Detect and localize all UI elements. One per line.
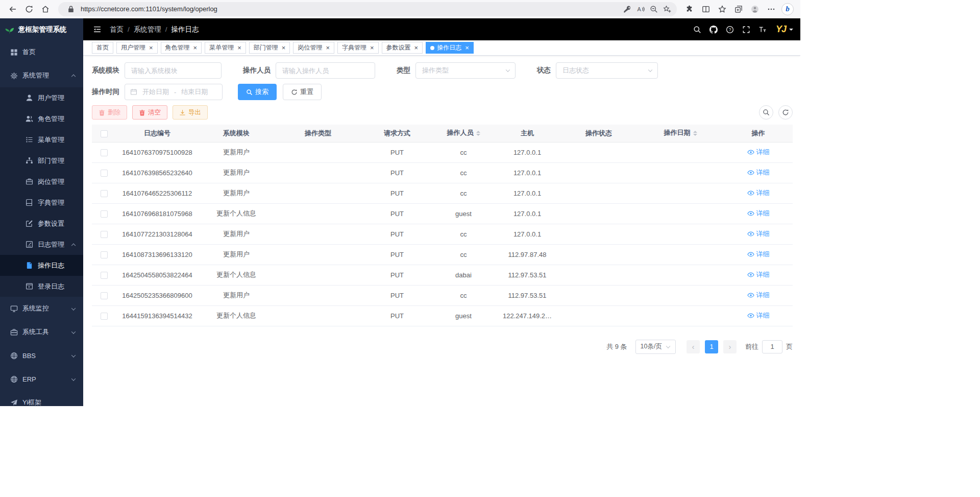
- sidebar-item[interactable]: ERP: [0, 367, 83, 391]
- date-range-picker[interactable]: 开始日期 - 结束日期: [125, 84, 223, 100]
- sidebar-item[interactable]: Yi框架: [0, 391, 83, 406]
- sidebar-item[interactable]: BBS: [0, 344, 83, 367]
- detail-link[interactable]: 详细: [747, 311, 770, 320]
- tab[interactable]: 首页: [92, 42, 113, 54]
- sidebar-item[interactable]: 岗位管理: [0, 171, 83, 192]
- font-size-icon[interactable]: [755, 22, 770, 37]
- clear-button[interactable]: 清空: [132, 105, 167, 120]
- read-aloud-icon[interactable]: A: [634, 3, 647, 15]
- select-all-checkbox[interactable]: [101, 130, 108, 137]
- tab[interactable]: 菜单管理×: [205, 42, 246, 54]
- detail-link[interactable]: 详细: [747, 270, 770, 279]
- sidebar-item[interactable]: 操作日志: [0, 255, 83, 276]
- sidebar-toggle-icon[interactable]: [90, 23, 104, 36]
- hide-search-button[interactable]: [759, 105, 773, 120]
- next-page-button[interactable]: ›: [723, 340, 737, 353]
- search-button[interactable]: 搜索: [238, 84, 277, 100]
- more-menu-icon[interactable]: [764, 2, 779, 17]
- detail-link[interactable]: 详细: [747, 168, 770, 177]
- tab[interactable]: 角色管理×: [161, 42, 202, 54]
- reset-button[interactable]: 重置: [283, 84, 322, 100]
- operator-input[interactable]: [276, 62, 375, 79]
- detail-link[interactable]: 详细: [747, 229, 770, 239]
- tab-close-icon[interactable]: ×: [237, 44, 241, 51]
- password-key-icon[interactable]: [621, 3, 634, 15]
- tab[interactable]: 岗位管理×: [293, 42, 334, 54]
- breadcrumb-item[interactable]: 系统管理: [134, 25, 161, 34]
- header-search-icon[interactable]: [690, 22, 704, 37]
- tab-close-icon[interactable]: ×: [370, 44, 374, 51]
- fullscreen-icon[interactable]: [739, 22, 753, 37]
- breadcrumb-item[interactable]: 首页: [110, 25, 124, 34]
- status-select[interactable]: 日志状态: [556, 62, 658, 79]
- detail-link[interactable]: 详细: [747, 250, 770, 259]
- extensions-icon[interactable]: [682, 2, 697, 17]
- detail-link[interactable]: 详细: [747, 291, 770, 300]
- tab-close-icon[interactable]: ×: [326, 44, 330, 51]
- row-checkbox[interactable]: [101, 190, 108, 197]
- detail-link[interactable]: 详细: [747, 209, 770, 218]
- row-checkbox[interactable]: [101, 251, 108, 258]
- sidebar-item[interactable]: 系统监控: [0, 297, 83, 320]
- row-checkbox[interactable]: [101, 292, 108, 299]
- tab[interactable]: 参数设置×: [382, 42, 423, 54]
- row-checkbox[interactable]: [101, 231, 108, 238]
- sidebar-item[interactable]: 首页: [0, 40, 83, 64]
- refresh-table-button[interactable]: [778, 105, 793, 120]
- type-select[interactable]: 操作类型: [415, 62, 516, 79]
- sidebar-item[interactable]: 日志管理: [0, 234, 83, 255]
- row-checkbox[interactable]: [101, 170, 108, 177]
- tab[interactable]: 部门管理×: [249, 42, 290, 54]
- sidebar-item[interactable]: 部门管理: [0, 150, 83, 171]
- row-checkbox[interactable]: [101, 272, 108, 279]
- profile-avatar[interactable]: [747, 2, 763, 17]
- column-header[interactable]: 操作人员: [433, 125, 494, 142]
- sidebar-item[interactable]: 字典管理: [0, 192, 83, 213]
- back-button[interactable]: [5, 2, 20, 17]
- github-icon[interactable]: [706, 22, 721, 37]
- refresh-button[interactable]: [21, 2, 37, 17]
- collections-icon[interactable]: [731, 2, 746, 17]
- user-menu[interactable]: YJ: [776, 24, 793, 35]
- tab-close-icon[interactable]: ×: [193, 44, 198, 51]
- sidebar-item[interactable]: 菜单管理: [0, 129, 83, 150]
- sidebar-item[interactable]: 参数设置: [0, 213, 83, 234]
- delete-button[interactable]: 删除: [92, 105, 127, 120]
- home-button[interactable]: [38, 2, 53, 17]
- tab-close-icon[interactable]: ×: [282, 44, 286, 51]
- address-bar[interactable]: https://ccnetcore.com:1101/system/log/op…: [58, 2, 677, 16]
- sort-icon[interactable]: [693, 129, 697, 138]
- tab[interactable]: 字典管理×: [337, 42, 379, 54]
- sort-icon[interactable]: [476, 129, 480, 138]
- detail-link[interactable]: 详细: [747, 188, 770, 198]
- cell-host: 127.0.0.1: [494, 142, 560, 162]
- goto-page-input[interactable]: [762, 340, 782, 353]
- column-header[interactable]: 操作日期: [637, 125, 724, 142]
- tab[interactable]: 用户管理×: [116, 42, 158, 54]
- help-icon[interactable]: ?: [723, 22, 737, 37]
- export-button[interactable]: 导出: [173, 105, 208, 120]
- tab-close-icon[interactable]: ×: [414, 44, 419, 51]
- favorites-icon[interactable]: [715, 2, 730, 17]
- page-size-select[interactable]: 10条/页: [635, 340, 676, 354]
- tab-close-icon[interactable]: ×: [149, 44, 153, 51]
- row-checkbox[interactable]: [101, 210, 108, 218]
- sidebar-item[interactable]: 系统管理: [0, 64, 83, 87]
- url-text[interactable]: https://ccnetcore.com:1101/system/log/op…: [81, 5, 617, 13]
- row-checkbox[interactable]: [101, 313, 108, 320]
- sidebar-item[interactable]: 登录日志: [0, 276, 83, 297]
- detail-link[interactable]: 详细: [747, 148, 770, 157]
- row-checkbox[interactable]: [101, 149, 108, 156]
- tab[interactable]: 操作日志×: [426, 42, 474, 54]
- tab-close-icon[interactable]: ×: [465, 44, 469, 51]
- module-input[interactable]: [125, 62, 222, 79]
- page-number-active[interactable]: 1: [705, 340, 718, 353]
- sidebar-item[interactable]: 系统工具: [0, 320, 83, 344]
- sidebar-item[interactable]: 角色管理: [0, 108, 83, 129]
- zoom-out-icon[interactable]: [647, 3, 660, 15]
- favorite-star-add-icon[interactable]: [660, 3, 674, 15]
- prev-page-button[interactable]: ‹: [687, 340, 700, 353]
- bing-copilot-icon[interactable]: b: [780, 2, 795, 17]
- split-screen-icon[interactable]: [698, 2, 714, 17]
- sidebar-item[interactable]: 用户管理: [0, 87, 83, 108]
